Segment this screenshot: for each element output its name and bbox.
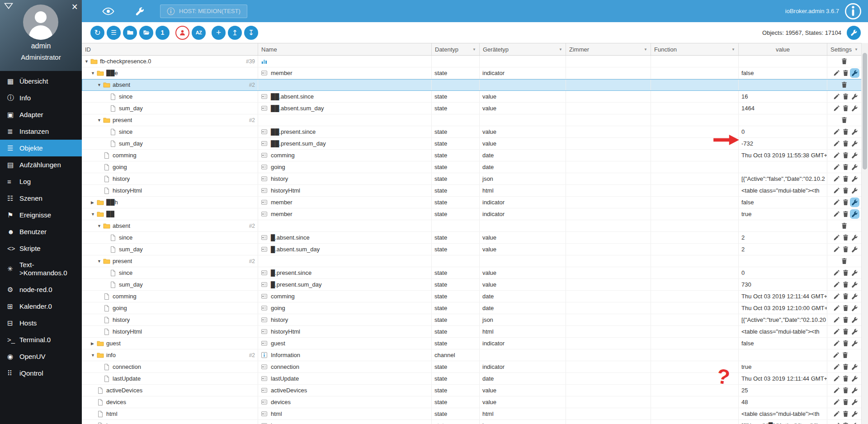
column-header-name[interactable]: Name bbox=[258, 43, 432, 55]
delete-icon[interactable] bbox=[842, 316, 849, 323]
settings-wrench-icon[interactable] bbox=[851, 363, 858, 370]
table-row[interactable]: ▼present#2 bbox=[82, 114, 868, 126]
delete-icon[interactable] bbox=[842, 164, 849, 170]
delete-icon[interactable] bbox=[841, 58, 848, 65]
table-row[interactable]: sum_day██.absent.sum_daystatevalue1464 bbox=[82, 103, 868, 114]
column-header-ger-tetyp[interactable]: Gerätetyp▼ bbox=[480, 43, 566, 55]
delete-icon[interactable] bbox=[842, 152, 849, 159]
delete-icon[interactable] bbox=[841, 117, 848, 123]
settings-wrench-icon[interactable] bbox=[851, 187, 858, 194]
table-row[interactable]: ▶██hmemberstateindicatorfalse bbox=[82, 197, 868, 208]
delete-icon[interactable] bbox=[842, 352, 849, 358]
delete-icon[interactable] bbox=[842, 246, 849, 253]
filter-dropdown-icon[interactable]: ▼ bbox=[557, 47, 562, 52]
sidebar-item-terminal-0[interactable]: >_Terminal.0 bbox=[0, 331, 82, 348]
scrollbar-thumb[interactable] bbox=[863, 53, 867, 170]
collapse-icon[interactable]: ▼ bbox=[97, 224, 103, 228]
collapse-icon[interactable]: ▼ bbox=[97, 259, 103, 264]
delete-icon[interactable] bbox=[842, 128, 849, 135]
edit-icon[interactable] bbox=[833, 387, 840, 394]
settings-wrench-icon[interactable] bbox=[851, 422, 858, 424]
collapse-icon[interactable]: ▼ bbox=[97, 83, 103, 87]
delete-icon[interactable] bbox=[841, 258, 848, 264]
filter-dropdown-icon[interactable]: ▼ bbox=[642, 47, 647, 52]
table-row[interactable]: ▶guestgueststateindicatorfalse bbox=[82, 338, 868, 349]
toolbar-add-object-button[interactable]: + bbox=[212, 26, 226, 40]
column-header-settings[interactable]: Settings▼ bbox=[827, 43, 861, 55]
settings-wrench-icon[interactable] bbox=[851, 246, 858, 253]
sidebar-item-skripte[interactable]: <>Skripte bbox=[0, 240, 82, 257]
column-settings-button[interactable] bbox=[847, 26, 861, 40]
column-header-id[interactable]: ID bbox=[82, 43, 258, 55]
table-row[interactable]: commingcommingstatedateThu Oct 03 2019 1… bbox=[82, 291, 868, 302]
sidebar-item-openuv[interactable]: ◉OpenUV bbox=[0, 348, 82, 365]
settings-wrench-icon[interactable] bbox=[851, 140, 858, 147]
settings-wrench-icon[interactable] bbox=[851, 105, 858, 112]
sidebar-item-log[interactable]: ≡Log bbox=[0, 173, 82, 190]
settings-wrench-icon[interactable] bbox=[851, 399, 858, 405]
edit-icon[interactable] bbox=[833, 269, 840, 276]
sidebar-item-ereignisse[interactable]: ⚑Ereignisse bbox=[0, 207, 82, 223]
edit-icon[interactable] bbox=[833, 375, 840, 382]
edit-icon[interactable] bbox=[833, 352, 840, 358]
table-row[interactable]: jsonjsonstatejson[{"Name":"█","Active":"… bbox=[82, 420, 868, 424]
tools-button[interactable] bbox=[114, 6, 145, 16]
visibility-button[interactable] bbox=[82, 7, 114, 15]
collapse-icon[interactable]: ▼ bbox=[91, 212, 97, 217]
edit-icon[interactable] bbox=[833, 211, 840, 217]
edit-icon[interactable] bbox=[833, 128, 840, 135]
settings-wrench-icon[interactable] bbox=[851, 211, 858, 217]
edit-icon[interactable] bbox=[833, 410, 840, 417]
delete-icon[interactable] bbox=[842, 399, 849, 405]
edit-icon[interactable] bbox=[833, 281, 840, 288]
host-button[interactable]: HOST: MEDION(TEST) bbox=[160, 5, 247, 18]
edit-icon[interactable] bbox=[833, 399, 840, 405]
collapse-icon[interactable]: ▼ bbox=[85, 59, 90, 64]
table-row[interactable]: connectionconnectionstateindicatortrue bbox=[82, 361, 868, 373]
edit-icon[interactable] bbox=[833, 363, 840, 370]
table-row[interactable]: goinggoingstatedate bbox=[82, 161, 868, 173]
collapse-icon[interactable]: ▼ bbox=[97, 118, 103, 122]
delete-icon[interactable] bbox=[842, 187, 849, 194]
table-row[interactable]: historyHtmlhistoryHtmlstatehtml<table cl… bbox=[82, 185, 868, 197]
delete-icon[interactable] bbox=[842, 293, 849, 300]
toolbar-refresh-button[interactable]: ↻ bbox=[90, 26, 104, 40]
table-row[interactable]: lastUpdatelastUpdatestatedateThu Oct 03 … bbox=[82, 373, 868, 385]
sidebar-item-kalender-0[interactable]: ⊞Kalender.0 bbox=[0, 298, 82, 315]
delete-icon[interactable] bbox=[842, 199, 849, 206]
sidebar-item-adapter[interactable]: ▣Adapter bbox=[0, 106, 82, 123]
delete-icon[interactable] bbox=[842, 422, 849, 424]
delete-icon[interactable] bbox=[842, 387, 849, 394]
settings-wrench-icon[interactable] bbox=[851, 387, 858, 394]
delete-icon[interactable] bbox=[842, 340, 849, 347]
settings-wrench-icon[interactable] bbox=[851, 128, 858, 135]
table-row[interactable]: historyhistorystatejson[{"Active":"false… bbox=[82, 173, 868, 185]
table-row[interactable]: sum_day█.present.sum_daystatevalue730 bbox=[82, 279, 868, 291]
delete-icon[interactable] bbox=[842, 281, 849, 288]
column-header-datentyp[interactable]: Datentyp▼ bbox=[432, 43, 480, 55]
table-row[interactable]: ▼absent#2 bbox=[82, 79, 868, 91]
delete-icon[interactable] bbox=[841, 222, 848, 229]
edit-icon[interactable] bbox=[833, 187, 840, 194]
column-header-value[interactable]: value bbox=[739, 43, 827, 55]
table-row[interactable]: sum_day██.present.sum_daystatevalue-732 bbox=[82, 138, 868, 150]
settings-wrench-icon[interactable] bbox=[851, 152, 858, 159]
filter-dropdown-icon[interactable]: ▼ bbox=[853, 47, 858, 52]
settings-wrench-icon[interactable] bbox=[851, 293, 858, 300]
edit-icon[interactable] bbox=[833, 234, 840, 241]
sidebar-item-hosts[interactable]: ⊟Hosts bbox=[0, 315, 82, 331]
toolbar-sort-button[interactable]: AZ bbox=[192, 26, 206, 40]
toolbar-upload-button[interactable]: ↥ bbox=[228, 26, 242, 40]
edit-icon[interactable] bbox=[833, 140, 840, 147]
table-row[interactable]: since█.present.sincestatevalue0 bbox=[82, 267, 868, 279]
expand-icon[interactable]: ▶ bbox=[91, 341, 97, 346]
table-row[interactable]: activeDevicesactiveDevicesstatevalue25 bbox=[82, 385, 868, 396]
column-header-zimmer[interactable]: Zimmer▼ bbox=[566, 43, 651, 55]
expand-icon[interactable]: ▶ bbox=[91, 200, 97, 205]
delete-icon[interactable] bbox=[841, 81, 848, 88]
sidebar-item-iqontrol[interactable]: ⠿iQontrol bbox=[0, 365, 82, 382]
delete-icon[interactable] bbox=[842, 328, 849, 335]
settings-wrench-icon[interactable] bbox=[851, 70, 858, 76]
edit-icon[interactable] bbox=[833, 328, 840, 335]
delete-icon[interactable] bbox=[842, 375, 849, 382]
